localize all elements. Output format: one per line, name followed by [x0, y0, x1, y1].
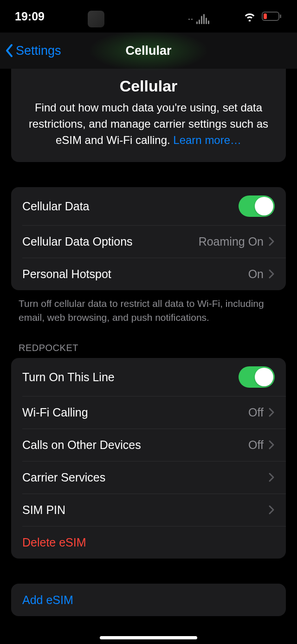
add-esim-group: Add eSIM — [11, 584, 286, 616]
calls-on-other-devices-row[interactable]: Calls on Other Devices Off — [11, 429, 286, 461]
status-bar: 19:09 — [0, 0, 297, 33]
delete-esim-row[interactable]: Delete eSIM — [11, 526, 286, 559]
cellular-data-toggle[interactable] — [239, 195, 275, 217]
row-value: Off — [248, 406, 264, 419]
cellular-data-group: Cellular Data Cellular Data Options Roam… — [11, 187, 286, 290]
chevron-right-icon — [268, 440, 275, 450]
learn-more-link[interactable]: Learn more… — [173, 134, 241, 146]
row-value: Roaming On — [199, 235, 264, 248]
chevron-right-icon — [268, 472, 275, 482]
row-label: Add eSIM — [22, 593, 275, 607]
section1-footer: Turn off cellular data to restrict all d… — [0, 290, 297, 324]
wifi-icon — [243, 11, 256, 21]
add-esim-row[interactable]: Add eSIM — [11, 584, 286, 616]
cellular-data-row[interactable]: Cellular Data — [11, 187, 286, 225]
carrier-group: Turn On This Line Wi-Fi Calling Off Call… — [11, 358, 286, 559]
dynamic-island[interactable] — [81, 7, 216, 32]
row-label: Personal Hotspot — [22, 267, 248, 281]
row-value: On — [248, 267, 264, 281]
back-label: Settings — [16, 44, 61, 58]
row-label: Cellular Data — [22, 200, 239, 213]
navigation-bar: Settings Cellular — [0, 33, 297, 69]
svg-rect-2 — [264, 13, 267, 19]
section2-header: REDPOCKET — [0, 343, 297, 358]
sim-pin-row[interactable]: SIM PIN — [11, 494, 286, 526]
row-label: Wi-Fi Calling — [22, 406, 248, 419]
now-playing-thumbnail — [88, 11, 104, 27]
row-value: Off — [248, 438, 264, 452]
turn-on-line-toggle[interactable] — [239, 366, 275, 388]
back-button[interactable]: Settings — [5, 44, 61, 58]
row-label: Turn On This Line — [22, 371, 239, 384]
chevron-right-icon — [268, 269, 275, 279]
intro-text: Find out how much data you're using, set… — [22, 100, 275, 148]
battery-low-icon — [262, 11, 282, 21]
cellular-data-options-row[interactable]: Cellular Data Options Roaming On — [11, 225, 286, 258]
row-label: Calls on Other Devices — [22, 438, 248, 452]
audio-dots-icon — [188, 19, 193, 20]
chevron-left-icon — [5, 44, 14, 58]
home-indicator[interactable] — [100, 636, 197, 639]
intro-title: Cellular — [22, 77, 275, 95]
chevron-right-icon — [268, 505, 275, 515]
svg-rect-1 — [280, 14, 281, 18]
row-label: Delete eSIM — [22, 536, 275, 549]
personal-hotspot-row[interactable]: Personal Hotspot On — [11, 258, 286, 290]
intro-card: Cellular Find out how much data you're u… — [11, 69, 286, 162]
chevron-right-icon — [268, 407, 275, 417]
audio-waveform-icon — [196, 14, 209, 24]
row-label: Carrier Services — [22, 471, 268, 484]
turn-on-line-row[interactable]: Turn On This Line — [11, 358, 286, 396]
status-time: 19:09 — [15, 10, 75, 23]
wifi-calling-row[interactable]: Wi-Fi Calling Off — [11, 396, 286, 429]
row-label: Cellular Data Options — [22, 235, 199, 248]
carrier-services-row[interactable]: Carrier Services — [11, 461, 286, 494]
chevron-right-icon — [268, 236, 275, 247]
row-label: SIM PIN — [22, 503, 268, 517]
